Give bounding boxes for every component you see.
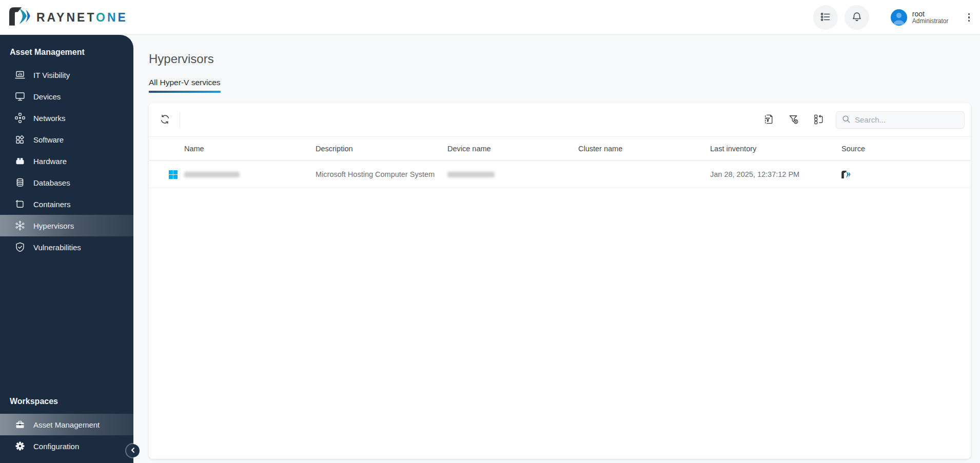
task-list-button[interactable] (813, 5, 838, 30)
hardware-brick-icon (14, 155, 26, 167)
laptop-chart-icon (14, 69, 26, 80)
sidebar-item-containers[interactable]: Containers (0, 193, 133, 215)
sidebar-section-asset-management: Asset Management (0, 47, 133, 57)
column-header-last-inventory[interactable]: Last inventory (710, 137, 756, 160)
search-icon (841, 114, 851, 126)
redacted-name-value (184, 172, 240, 177)
brand-name: RAYNETONE (36, 11, 128, 25)
column-header-source[interactable]: Source (841, 137, 865, 160)
refresh-icon (159, 113, 171, 127)
column-header-cluster-name[interactable]: Cluster name (578, 137, 622, 160)
sidebar-collapse-button[interactable] (126, 444, 140, 457)
filter-document-icon (762, 113, 774, 127)
column-chooser-icon (813, 113, 825, 127)
sidebar-item-label: Databases (33, 178, 70, 187)
bell-icon (851, 11, 863, 25)
sidebar-item-label: Vulnerabilities (33, 243, 81, 252)
sidebar-item-label: IT Visibility (33, 71, 70, 79)
user-avatar-icon (891, 9, 907, 26)
gear-icon (14, 440, 26, 452)
cell-description: Microsoft Hosting Computer System (316, 160, 435, 188)
search-box (836, 111, 965, 129)
brand-logo[interactable]: RAYNETONE (9, 7, 128, 28)
sidebar-section-workspaces: Workspaces (0, 396, 133, 407)
shield-check-icon (14, 241, 26, 253)
hypervisor-icon (14, 220, 26, 231)
windows-logo-icon (169, 170, 178, 179)
sidebar-item-hardware[interactable]: Hardware (0, 150, 133, 172)
software-grid-icon (14, 134, 26, 145)
sidebar-item-workspace-configuration[interactable]: Configuration (0, 435, 133, 457)
sidebar-item-label: Asset Management (33, 420, 100, 429)
table-header: Name Description Device name Cluster nam… (149, 137, 971, 160)
toolbar-divider (180, 112, 180, 128)
database-icon (14, 177, 26, 188)
sidebar-item-vulnerabilities[interactable]: Vulnerabilities (0, 236, 133, 258)
tab-label: All Hyper-V services (149, 78, 221, 87)
container-icon (14, 198, 26, 210)
sidebar-item-devices[interactable]: Devices (0, 86, 133, 107)
sidebar-item-it-visibility[interactable]: IT Visibility (0, 64, 133, 86)
refresh-button[interactable] (156, 111, 173, 129)
sidebar-item-databases[interactable]: Databases (0, 172, 133, 193)
more-options-button[interactable] (965, 10, 973, 25)
cell-last-inventory: Jan 28, 2025, 12:37:12 PM (710, 160, 799, 188)
topbar: RAYNETONE (0, 0, 980, 35)
sidebar-item-label: Software (33, 135, 64, 144)
network-icon (14, 112, 26, 124)
grid-toolbar (149, 103, 971, 137)
sidebar-item-label: Hardware (33, 157, 67, 166)
page-title: Hypervisors (149, 52, 214, 66)
sidebar-item-networks[interactable]: Networks (0, 107, 133, 129)
column-header-device-name[interactable]: Device name (447, 137, 491, 160)
column-header-name[interactable]: Name (184, 137, 204, 160)
sidebar-item-software[interactable]: Software (0, 129, 133, 150)
kebab-menu-icon (968, 13, 970, 15)
tab-all-hyperv-services[interactable]: All Hyper-V services (149, 78, 221, 93)
sidebar-item-label: Configuration (33, 442, 79, 451)
raynet-source-icon (841, 160, 851, 188)
main-content: Hypervisors All Hyper-V services (133, 35, 980, 463)
redacted-device-name-value (447, 172, 495, 177)
column-chooser-button[interactable] (810, 111, 827, 129)
sidebar: Asset Management IT Visibility Devices (0, 35, 133, 463)
task-list-icon (819, 11, 832, 25)
user-role: Administrator (912, 18, 949, 25)
search-input[interactable] (855, 115, 959, 124)
sidebar-item-label: Networks (33, 114, 66, 123)
sidebar-item-workspace-asset-management[interactable]: Asset Management (0, 414, 133, 435)
user-name: root (912, 10, 949, 18)
table-row[interactable]: Microsoft Hosting Computer System Jan 28… (149, 160, 971, 188)
clear-filter-icon (788, 113, 799, 127)
tab-active-underline (149, 91, 221, 93)
sidebar-item-hypervisors[interactable]: Hypervisors (0, 215, 133, 236)
raynet-logo-icon (9, 7, 31, 28)
sidebar-item-label: Hypervisors (33, 222, 74, 230)
content-card: Name Description Device name Cluster nam… (149, 103, 971, 459)
monitor-icon (14, 91, 26, 102)
briefcase-icon (14, 419, 26, 430)
user-menu[interactable]: root Administrator (891, 9, 949, 26)
chevron-left-icon (130, 447, 136, 455)
notifications-button[interactable] (845, 5, 869, 30)
sidebar-item-label: Devices (33, 92, 61, 101)
sidebar-item-label: Containers (33, 200, 71, 209)
clear-filter-button[interactable] (785, 111, 802, 129)
filter-document-button[interactable] (759, 111, 777, 129)
column-header-description[interactable]: Description (316, 137, 353, 160)
